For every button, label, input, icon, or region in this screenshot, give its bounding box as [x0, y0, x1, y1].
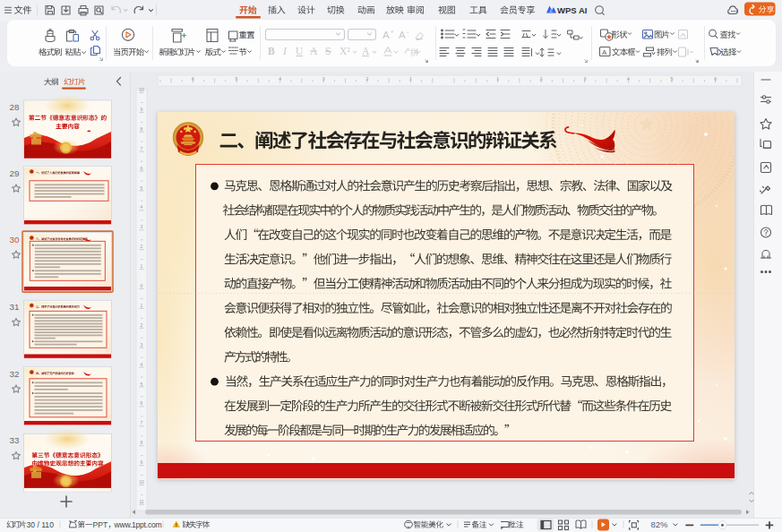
svg-text:5: 5: [141, 185, 143, 191]
svg-text:A: A: [382, 30, 390, 40]
svg-text:10: 10: [139, 87, 144, 92]
svg-text:9: 9: [141, 459, 143, 465]
svg-text:1: 1: [141, 263, 143, 269]
svg-text:6: 6: [192, 76, 194, 82]
svg-text:4: 4: [141, 362, 143, 367]
svg-text:PPT: PPT: [93, 520, 108, 529]
svg-text:2: 2: [141, 244, 143, 249]
svg-text:6: 6: [141, 166, 143, 171]
svg-text:1: 1: [496, 76, 499, 82]
svg-text:28: 28: [10, 102, 20, 112]
svg-text:I: I: [282, 46, 288, 56]
svg-text:X²: X²: [339, 46, 350, 56]
svg-text:29: 29: [10, 168, 20, 178]
svg-text:-: -: [407, 29, 409, 35]
svg-text:4: 4: [627, 76, 630, 82]
svg-text:11: 11: [139, 499, 143, 504]
svg-text:3: 3: [583, 76, 586, 82]
svg-text:4: 4: [141, 204, 143, 210]
svg-text:5: 5: [671, 76, 674, 82]
svg-text:33: 33: [10, 435, 20, 445]
svg-text:A: A: [602, 48, 607, 56]
svg-text:3: 3: [141, 342, 143, 348]
svg-text:8: 8: [141, 126, 143, 132]
svg-text:1: 1: [409, 76, 412, 82]
svg-text:10: 10: [139, 479, 144, 485]
svg-text:4: 4: [279, 76, 281, 82]
svg-text:6: 6: [141, 400, 143, 406]
svg-text:WPS AI: WPS AI: [557, 5, 587, 15]
svg-text:7: 7: [141, 420, 143, 425]
svg-text:9: 9: [141, 107, 143, 112]
svg-text:30: 30: [10, 235, 20, 245]
svg-text:82%: 82%: [651, 519, 669, 529]
svg-text:3: 3: [141, 224, 143, 229]
svg-text:6: 6: [714, 76, 717, 82]
svg-text:A: A: [362, 46, 370, 56]
svg-text:1: 1: [141, 303, 143, 308]
svg-text:2: 2: [540, 76, 543, 82]
svg-text:B: B: [268, 46, 275, 56]
svg-text:3: 3: [322, 76, 325, 82]
svg-text:31: 31: [10, 302, 20, 312]
svg-text:U: U: [296, 46, 304, 56]
svg-text:0: 0: [141, 283, 143, 288]
svg-text:32: 32: [10, 369, 20, 379]
svg-text:30 / 110: 30 / 110: [27, 520, 55, 529]
svg-text:7: 7: [141, 146, 143, 151]
svg-text:8: 8: [141, 440, 143, 445]
svg-text:+: +: [391, 29, 394, 35]
svg-text:2: 2: [365, 76, 368, 82]
svg-text:5: 5: [141, 382, 143, 387]
svg-text:2: 2: [141, 322, 143, 328]
svg-text:5: 5: [236, 76, 238, 82]
svg-text:www.1ppt.com: www.1ppt.com: [114, 520, 162, 529]
svg-text:A: A: [399, 30, 406, 40]
